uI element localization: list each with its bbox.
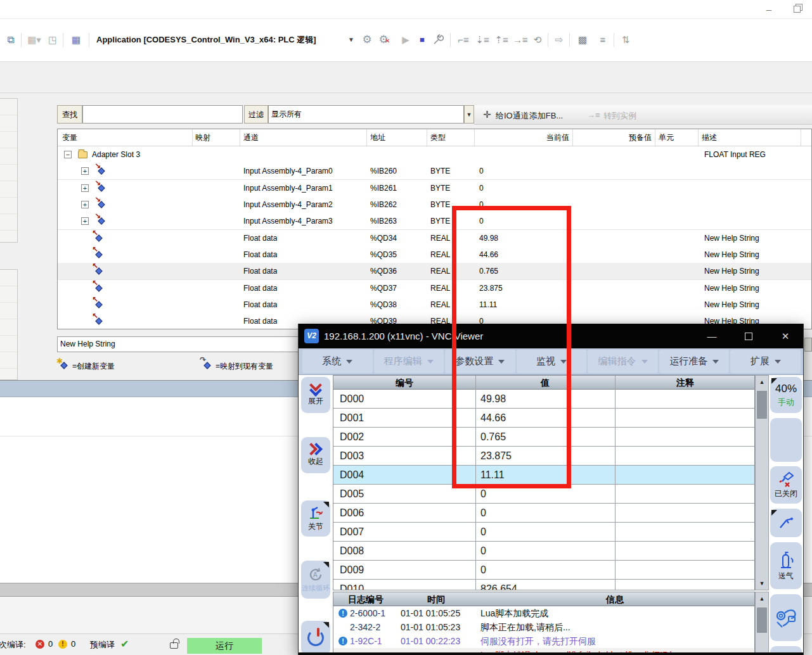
- reset-icon[interactable]: ⟲: [531, 32, 544, 48]
- annotation-highlight-box: [452, 206, 571, 488]
- add-fb-button[interactable]: 给IO通道添加FB...: [496, 110, 563, 122]
- register-row[interactable]: D010826.654: [333, 580, 755, 590]
- continuous-loop-button[interactable]: A 连续循环: [301, 561, 330, 599]
- vnc-close-icon[interactable]: ✕: [771, 324, 799, 348]
- register-row[interactable]: D0070: [333, 523, 755, 542]
- register-row[interactable]: D0090: [333, 561, 755, 580]
- register-row[interactable]: D0080: [333, 542, 755, 561]
- expand-icon[interactable]: +: [81, 217, 89, 225]
- vnc-minimize-icon[interactable]: —: [698, 324, 726, 348]
- table-row[interactable]: + ↘ Input Assembly-4_Param1 %IB261 BYTE …: [58, 180, 812, 197]
- gas-supply-button[interactable]: 送气: [770, 542, 802, 589]
- col-mapping[interactable]: 映射: [195, 129, 210, 146]
- log-scrollbar[interactable]: ▲: [755, 592, 769, 655]
- log-row[interactable]: ! 2-6000-1 01-01 01:05:25 Lua脚本加载完成: [333, 606, 755, 620]
- col-log-time[interactable]: 时间: [398, 592, 474, 606]
- menu-extension[interactable]: 扩展: [730, 350, 801, 373]
- row-address: %IB260: [370, 163, 397, 179]
- lock-icon[interactable]: [170, 642, 178, 649]
- variable-table-header: 变量 映射 通道 地址 类型 当前值 预备值 单元 描述: [58, 129, 812, 146]
- goto-instance-button[interactable]: 转到实例: [603, 110, 636, 122]
- expand-icon[interactable]: +: [81, 201, 89, 208]
- table-row[interactable]: + ↘ Input Assembly-4_Param3 %IB263 BYTE …: [58, 213, 812, 230]
- filter-combo[interactable]: 显示所有: [268, 105, 464, 124]
- table-row[interactable]: ↖ Float data %QD38 REAL 11.11 New Help S…: [58, 296, 812, 314]
- col-unit[interactable]: 单元: [659, 129, 674, 146]
- logout-gear-icon[interactable]: ⚙✕: [377, 32, 390, 48]
- table-row[interactable]: ↖ Float data %QD36 REAL 0.765 New Help S…: [58, 263, 812, 280]
- row-description: New Help String: [704, 263, 759, 279]
- app-selector-caret-icon[interactable]: ▼: [347, 32, 355, 48]
- vnc-maximize-icon[interactable]: [735, 324, 763, 348]
- table-row[interactable]: ↖ Float data %QD37 REAL 23.875 New Help …: [58, 280, 812, 297]
- expand-button[interactable]: 展开: [301, 377, 330, 413]
- filter-button[interactable]: 过滤: [244, 105, 268, 124]
- menu-system[interactable]: 系统: [302, 350, 373, 373]
- col-description[interactable]: 描述: [702, 129, 717, 146]
- svg-text:A: A: [313, 571, 318, 578]
- log-row[interactable]: ▲! 1-92C-1 01-01 00:22:23 伺服没有打开，请先打开伺服: [333, 634, 755, 648]
- col-comment[interactable]: 注释: [615, 376, 755, 390]
- servo-power-button[interactable]: [301, 621, 330, 655]
- io-toolbar: ✛ 给IO通道添加FB... →≡ 转到实例: [474, 105, 812, 125]
- minimize-icon[interactable]: –: [759, 0, 778, 19]
- step-over-icon[interactable]: ⇣≡: [474, 32, 491, 48]
- torch-icon: [777, 515, 796, 531]
- stop-icon[interactable]: ■: [417, 32, 427, 48]
- display-mode-icon[interactable]: ▩: [574, 32, 591, 48]
- start-icon[interactable]: ▶: [401, 32, 411, 48]
- register-table-scrollbar[interactable]: ▲ ▼: [755, 375, 769, 590]
- login-gear-icon[interactable]: ⚙: [360, 32, 374, 48]
- new-object-icon[interactable]: ◳: [46, 32, 59, 48]
- col-prepared-value[interactable]: 预备值: [572, 129, 652, 146]
- expand-icon[interactable]: +: [81, 167, 89, 175]
- col-channel[interactable]: 通道: [243, 129, 259, 146]
- menu-edit-instruction[interactable]: 编辑指令: [588, 350, 658, 373]
- library-icon[interactable]: ⧉: [4, 32, 18, 48]
- col-current-value[interactable]: 当前值: [474, 129, 569, 146]
- grid-dropdown-icon[interactable]: ▦▾: [25, 32, 43, 48]
- scroll-down-icon[interactable]: ▼: [756, 577, 768, 590]
- collapse-expander-icon[interactable]: −: [64, 151, 72, 158]
- step-out-icon[interactable]: ⇡≡: [493, 32, 510, 48]
- log-row[interactable]: ! 2-342-2 01-01 01:05:23 脚本正在加载,请稍后...: [333, 620, 755, 634]
- wrench-icon[interactable]: [432, 32, 445, 48]
- col-type[interactable]: 类型: [430, 129, 446, 146]
- teach-pendant-button[interactable]: [770, 594, 802, 641]
- table-row[interactable]: + ↘ Input Assembly-4_Param2 %IB262 BYTE …: [58, 196, 812, 213]
- torch-off-button[interactable]: 已关闭: [770, 466, 802, 504]
- expand-icon[interactable]: +: [81, 184, 89, 192]
- col-log-message[interactable]: 信息: [474, 592, 755, 606]
- blank-button[interactable]: [770, 418, 802, 462]
- table-row[interactable]: − Adapter Slot 3 FLOAT Input REG: [58, 146, 812, 163]
- menu-run-prepare[interactable]: 运行准备: [659, 350, 730, 373]
- table-row[interactable]: ↖ Float data %QD35 REAL 44.66 New Help S…: [58, 246, 812, 264]
- log-header: 日志编号 时间 信息: [333, 592, 755, 606]
- speed-mode-button[interactable]: 40% 手动: [770, 377, 802, 413]
- torch-button[interactable]: [770, 509, 802, 537]
- collapse-button[interactable]: 收起: [301, 437, 330, 473]
- scroll-up-icon[interactable]: ▲: [756, 376, 768, 388]
- col-variable[interactable]: 变量: [62, 129, 77, 146]
- row-type: REAL: [430, 246, 450, 263]
- menu-program-edit[interactable]: 程序编辑: [374, 350, 444, 373]
- refresh-icon[interactable]: ⇅: [619, 32, 633, 48]
- scrollbar-thumb[interactable]: [757, 607, 767, 633]
- register-row[interactable]: D0060: [333, 504, 755, 523]
- joint-coordinate-button[interactable]: 关节: [301, 500, 330, 537]
- active-application-selector[interactable]: Application [CODESYS_Control_Win_V3_x64:…: [96, 32, 316, 48]
- table-row[interactable]: ↖ Float data %QD34 REAL 49.98 New Help S…: [58, 230, 812, 247]
- build-icon[interactable]: ▦: [68, 32, 84, 48]
- scrollbar-thumb[interactable]: [757, 391, 767, 419]
- next-statement-icon[interactable]: ⇨: [553, 32, 565, 48]
- find-input[interactable]: [82, 105, 243, 124]
- find-button[interactable]: 查找: [57, 105, 82, 124]
- run-to-cursor-icon[interactable]: →≡: [512, 32, 529, 48]
- filter-combo-caret-icon[interactable]: ▼: [464, 105, 474, 124]
- col-log-id[interactable]: 日志编号: [333, 592, 398, 606]
- table-row[interactable]: + ↘ Input Assembly-4_Param0 %IB260 BYTE …: [58, 163, 812, 180]
- watch-list-icon[interactable]: ≡: [596, 32, 610, 48]
- step-into-icon[interactable]: ⌐≡: [455, 32, 472, 48]
- col-address[interactable]: 地址: [370, 129, 385, 146]
- scroll-up-icon[interactable]: ▲: [756, 592, 768, 605]
